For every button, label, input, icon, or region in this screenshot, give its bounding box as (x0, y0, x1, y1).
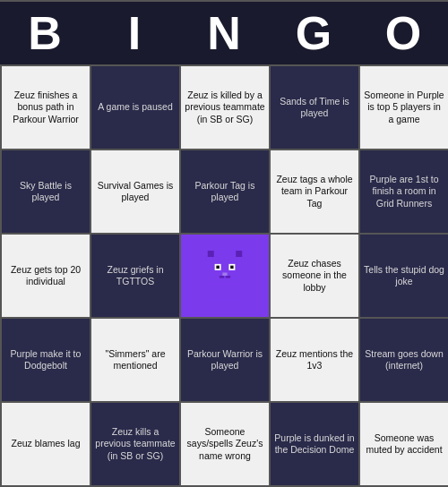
svg-rect-6 (236, 251, 242, 257)
letter-o: O (358, 2, 448, 64)
cell-21: Zeuz kills a previous teammate (in SB or… (91, 403, 181, 487)
cell-10: Zeuz gets top 20 individual (2, 235, 91, 319)
cell-16: "Simmers" are mentioned (91, 319, 181, 403)
cell-8: Zeuz tags a whole team in Parkour Tag (271, 150, 360, 235)
letter-n: N (179, 2, 269, 64)
cell-6: Survival Games is played (91, 150, 181, 235)
cell-24: Someone was muted by accident (360, 403, 448, 487)
cell-15: Purple make it to Dodgebolt (2, 319, 91, 403)
bingo-grid: Zeuz finishes a bonus path in Parkour Wa… (0, 64, 448, 487)
svg-rect-10 (230, 266, 234, 269)
svg-rect-15 (204, 286, 214, 300)
svg-rect-13 (226, 276, 230, 278)
svg-rect-12 (220, 276, 224, 278)
cell-20: Zeuz blames lag (2, 403, 91, 487)
svg-rect-9 (216, 266, 220, 269)
cell-18: Zeuz mentions the 1v3 (271, 319, 360, 403)
letter-g: G (269, 2, 358, 64)
cell-17: Parkour Warrior is played (181, 319, 271, 403)
cell-19: Stream goes down (internet) (360, 319, 448, 403)
letter-i: I (90, 2, 179, 64)
cell-9: Purple are 1st to finish a room in Grid … (360, 150, 448, 235)
cell-5: Sky Battle is played (2, 150, 91, 235)
cell-11: Zeuz griefs in TGTTOS (91, 235, 181, 319)
svg-rect-16 (236, 286, 246, 300)
cell-22: Someone says/spells Zeuz's name wrong (181, 403, 271, 487)
cell-0: Zeuz finishes a bonus path in Parkour Wa… (2, 66, 91, 150)
svg-rect-11 (222, 273, 227, 277)
cell-4: Someone in Purple is top 5 players in a … (360, 66, 448, 150)
svg-rect-4 (241, 261, 249, 277)
svg-rect-14 (211, 284, 239, 300)
cell-14: Tells the stupid dog joke (360, 235, 448, 319)
cell-23: Purple is dunked in the Decision Dome (271, 403, 360, 487)
cell-13: Zeuz chases someone in the lobby (271, 235, 360, 319)
cell-1: A game is paused (91, 66, 181, 150)
cell-7: Parkour Tag is played (181, 150, 271, 235)
svg-rect-3 (202, 261, 210, 277)
cell-12 (181, 235, 271, 319)
svg-rect-5 (208, 251, 214, 257)
letter-b: B (0, 2, 90, 64)
cell-2: Zeuz is killed by a previous teammate (i… (181, 66, 271, 150)
cell-3: Sands of Time is played (271, 66, 360, 150)
